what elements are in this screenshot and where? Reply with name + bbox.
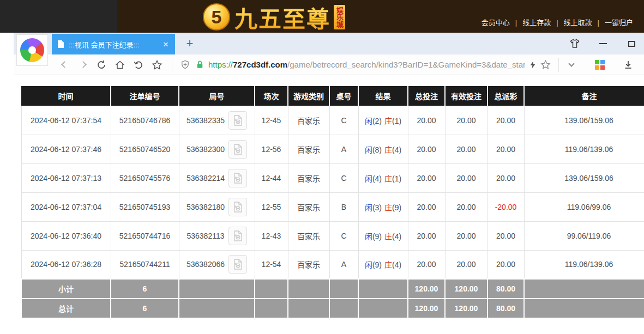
result-banker-label: 庄 [384,232,392,241]
bet-record-table: 时间 注单编号 局号 场次 游戏类别 桌号 结果 总投注 有效投注 总派彩 备注… [21,86,644,319]
page-content: 时间 注单编号 局号 场次 游戏类别 桌号 结果 总投注 有效投注 总派彩 备注… [14,75,644,334]
cell-valid-bet: 20.00 [445,135,487,163]
payout-value: 20.00 [496,260,515,269]
address-bar[interactable]: https://727cd3df.com/game/betrecord_sear… [177,57,554,73]
url-text[interactable]: https://727cd3df.com/game/betrecord_sear… [208,60,525,69]
forward-button[interactable] [75,57,91,72]
header-time: 时间 [21,86,111,106]
bookmark-star-icon[interactable] [149,57,165,72]
secure-lock-icon [195,59,205,70]
cell-table-no: A [329,135,358,163]
cell-remark: 119.06/99.06 [524,192,644,221]
cell-session: 12-56 [255,135,288,163]
link-online-deposit[interactable]: 线上存款 [522,19,551,27]
page-icon [57,40,64,48]
flash-icon[interactable] [528,60,537,70]
video-replay-button[interactable] [228,111,247,130]
result-player-label: 闲 [365,117,372,125]
cell-valid-bet: 20.00 [445,163,487,192]
link-separator: | [556,19,558,27]
back-button[interactable] [56,57,73,72]
round-no: 536382113 [186,232,224,240]
link-one-key-transfer[interactable]: 一键归户 [605,19,633,27]
result-player-label: 闲 [365,203,372,212]
cell-game-type: 百家乐 [288,192,329,221]
total-total-bet: 120.00 [408,299,445,318]
subtotal-row: 小计 6 120.00 120.00 80.00 [21,279,644,299]
total-valid-bet: 120.00 [445,299,487,318]
link-online-withdraw[interactable]: 线上取款 [564,19,592,27]
cell-result: 闲(4)庄(1) [358,163,408,192]
video-replay-button[interactable] [228,140,247,159]
cell-round-no: 536382214 [179,163,255,192]
browser-menu-button[interactable] [16,34,48,66]
header-result: 结果 [358,86,408,106]
maximize-button[interactable] [625,38,637,50]
subtotal-total-bet: 120.00 [408,279,445,299]
round-no: 536382180 [186,203,225,211]
site-badge: 娱乐城 [334,5,345,29]
favorite-star-icon[interactable] [540,59,551,70]
download-icon[interactable] [620,57,636,72]
result-banker-points: (1) [392,117,401,125]
undo-icon[interactable] [130,57,147,72]
video-replay-button[interactable] [228,198,247,216]
table-row: 2024-06-12 07:37:46 521650746520 5363823… [21,135,644,163]
result-player-points: (8) [372,145,382,154]
extensions-grid-icon[interactable] [592,57,608,72]
link-member-center[interactable]: 会员中心 [482,19,510,27]
cell-round-no: 536382300 [179,135,255,163]
cell-table-no: A [329,250,358,279]
cell-total-bet-link[interactable]: 20.00 [408,106,445,135]
shield-icon[interactable] [180,59,190,70]
header-table-no: 桌号 [329,86,358,106]
link-separator: | [598,19,599,27]
video-replay-button[interactable] [228,227,247,245]
new-tab-button[interactable]: + [183,37,197,51]
result-banker-label: 庄 [384,174,392,183]
theme-shirt-icon[interactable] [569,38,581,50]
empty-cell [329,279,358,299]
home-icon[interactable] [112,57,128,72]
payout-value: 20.00 [496,232,515,240]
result-player-points: (4) [372,174,382,183]
tab-close-icon[interactable]: × [162,40,170,49]
payout-value: 20.00 [496,145,515,154]
header-game-type: 游戏类别 [288,86,329,106]
cell-session: 12-44 [255,163,288,192]
address-chevron-down-icon[interactable] [563,57,580,72]
cell-total-bet-link[interactable]: 20.00 [408,192,445,221]
video-replay-button[interactable] [228,255,247,274]
site-banner: 5 九五至尊 娱乐城 会员中心|线上存款|线上取款|一键归户 [0,0,644,33]
result-banker-label: 庄 [384,117,392,125]
result-banker-points: (4) [392,232,401,241]
empty-cell [255,279,288,299]
cell-session: 12-55 [255,192,288,221]
window-controls [569,33,637,54]
video-replay-button[interactable] [228,169,247,187]
empty-cell [524,279,644,299]
cell-total-bet-link[interactable]: 20.00 [408,135,445,163]
subtotal-valid-bet: 120.00 [445,279,487,299]
header-bet-no: 注单编号 [111,86,179,106]
cell-total-bet-link[interactable]: 20.00 [408,163,445,192]
result-player-points: (2) [372,117,382,125]
refresh-icon[interactable] [93,57,110,72]
cell-table-no: B [329,192,358,221]
cell-total-bet-link[interactable]: 20.00 [408,250,445,279]
cell-game-type: 百家乐 [288,250,329,279]
payout-value: -20.00 [495,203,517,211]
payout-value: 20.00 [496,116,515,125]
result-player-points: (3) [372,203,382,212]
header-remark: 备注 [524,86,644,106]
tab-bet-record[interactable]: :::视讯 会员下注纪录::: × [52,34,175,54]
minimize-button[interactable] [597,38,609,50]
top-nav-links: 会员中心|线上存款|线上取款|一键归户 [482,17,633,27]
total-row: 总计 6 120.00 120.00 80.00 [21,299,644,318]
cell-total-bet-link[interactable]: 20.00 [408,221,445,250]
cell-time: 2024-06-12 07:37:54 [21,106,111,135]
subtotal-payout: 80.00 [487,279,524,299]
cell-game-type: 百家乐 [288,221,329,250]
toolbar-divider [558,58,559,72]
result-banker-label: 庄 [384,260,392,269]
